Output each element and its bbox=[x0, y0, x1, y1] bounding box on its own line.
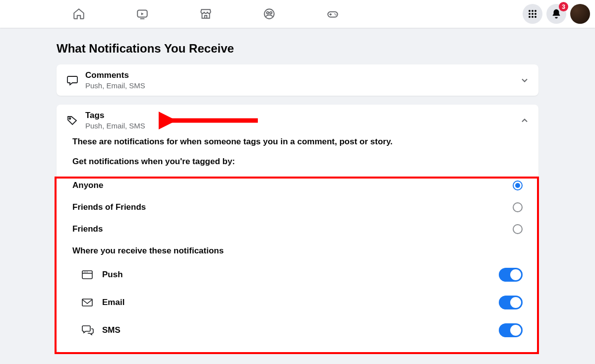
comment-icon bbox=[65, 74, 79, 86]
push-icon bbox=[81, 269, 97, 280]
gaming-icon[interactable] bbox=[326, 7, 340, 21]
svg-point-8 bbox=[529, 10, 531, 12]
page-title: What Notifications You Receive bbox=[57, 42, 538, 56]
marketplace-icon[interactable] bbox=[199, 7, 213, 21]
svg-point-3 bbox=[267, 12, 269, 14]
comments-titles: Comments Push, Email, SMS bbox=[85, 70, 520, 90]
push-label: Push bbox=[102, 270, 499, 280]
svg-point-20 bbox=[84, 272, 85, 273]
nav-icons-group bbox=[72, 7, 340, 21]
sms-toggle[interactable] bbox=[499, 323, 523, 337]
radio-label-fof: Friends of Friends bbox=[72, 202, 146, 212]
svg-point-16 bbox=[535, 16, 536, 18]
svg-point-7 bbox=[335, 14, 336, 15]
svg-point-9 bbox=[532, 10, 534, 12]
notifications-button[interactable]: 3 bbox=[546, 4, 566, 24]
push-toggle[interactable] bbox=[499, 268, 523, 282]
email-label: Email bbox=[102, 298, 499, 307]
channel-sms-row: SMS bbox=[72, 316, 523, 344]
home-icon[interactable] bbox=[72, 7, 86, 21]
tags-card: Tags Push, Email, SMS These are notifica… bbox=[57, 105, 538, 352]
menu-grid-button[interactable] bbox=[523, 4, 542, 24]
svg-point-13 bbox=[535, 13, 536, 15]
sms-label: SMS bbox=[102, 325, 499, 335]
svg-point-21 bbox=[85, 272, 86, 273]
svg-point-17 bbox=[69, 118, 71, 119]
chevron-down-icon bbox=[520, 75, 530, 85]
channel-push-row: Push bbox=[72, 261, 523, 289]
email-icon bbox=[81, 298, 97, 307]
tags-titles: Tags Push, Email, SMS bbox=[85, 111, 520, 130]
svg-point-12 bbox=[532, 13, 534, 15]
radio-option-friends[interactable]: Friends bbox=[72, 218, 523, 240]
tags-header[interactable]: Tags Push, Email, SMS bbox=[57, 105, 538, 136]
radio-option-anyone[interactable]: Anyone bbox=[72, 175, 523, 196]
radio-option-fof[interactable]: Friends of Friends bbox=[72, 196, 523, 218]
svg-point-10 bbox=[535, 10, 536, 12]
sms-icon bbox=[81, 325, 97, 336]
svg-point-14 bbox=[529, 16, 531, 18]
svg-point-11 bbox=[529, 13, 531, 15]
comments-subtitle: Push, Email, SMS bbox=[85, 81, 520, 90]
right-actions: 3 bbox=[523, 4, 590, 24]
channel-email-row: Email bbox=[72, 289, 523, 316]
svg-rect-5 bbox=[328, 12, 338, 17]
radio-fof[interactable] bbox=[513, 202, 523, 212]
comments-header[interactable]: Comments Push, Email, SMS bbox=[57, 64, 538, 96]
radio-anyone[interactable] bbox=[513, 181, 523, 190]
tag-icon bbox=[65, 115, 79, 126]
chevron-up-icon bbox=[520, 116, 530, 125]
tags-description: These are notifications for when someone… bbox=[72, 137, 523, 147]
svg-rect-23 bbox=[82, 299, 92, 306]
svg-point-22 bbox=[87, 272, 88, 273]
tags-title: Tags bbox=[85, 111, 520, 121]
radio-label-friends: Friends bbox=[72, 224, 103, 234]
notification-badge: 3 bbox=[559, 2, 568, 11]
content-area: What Notifications You Receive Comments … bbox=[57, 28, 538, 352]
tags-subhead: Get notifications when you're tagged by: bbox=[72, 157, 523, 167]
comments-card: Comments Push, Email, SMS bbox=[57, 64, 538, 96]
profile-avatar[interactable] bbox=[570, 4, 590, 24]
tags-body: These are notifications for when someone… bbox=[57, 136, 538, 352]
svg-point-6 bbox=[334, 13, 335, 14]
radio-friends[interactable] bbox=[513, 224, 523, 234]
groups-icon[interactable] bbox=[262, 7, 276, 21]
svg-point-4 bbox=[270, 12, 272, 14]
email-toggle[interactable] bbox=[499, 296, 523, 309]
radio-label-anyone: Anyone bbox=[72, 181, 103, 190]
watch-icon[interactable] bbox=[135, 7, 149, 21]
svg-point-2 bbox=[264, 9, 274, 19]
comments-title: Comments bbox=[85, 70, 520, 80]
where-heading: Where you receive these notifications bbox=[72, 246, 523, 256]
tags-subtitle: Push, Email, SMS bbox=[85, 121, 520, 130]
top-nav-bar: 3 bbox=[0, 0, 595, 28]
svg-point-15 bbox=[532, 16, 534, 18]
